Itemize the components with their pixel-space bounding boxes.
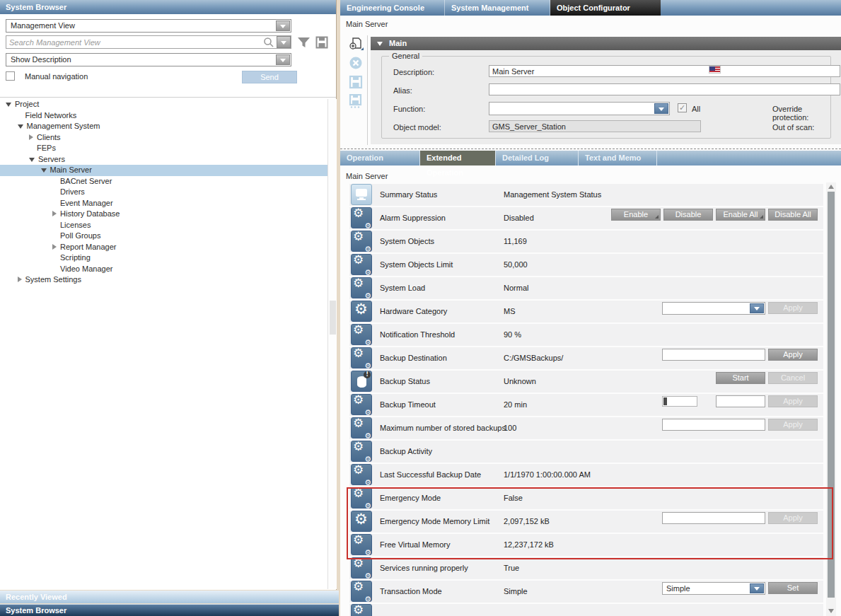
new-object-icon[interactable] xyxy=(349,37,367,50)
property-list-scrollbar[interactable] xyxy=(826,182,836,616)
start-button[interactable]: Start xyxy=(716,372,765,384)
row-input[interactable] xyxy=(662,349,765,361)
property-name: Backup Timeout xyxy=(380,400,436,409)
property-value: Simple xyxy=(504,587,528,595)
scroll-down-icon[interactable] xyxy=(828,609,834,613)
scrollbar-thumb[interactable] xyxy=(828,192,835,598)
alias-input[interactable] xyxy=(489,83,840,95)
property-name: Backup Destination xyxy=(380,354,447,362)
set-button[interactable]: Set xyxy=(768,582,818,594)
tree-expanded-arrow-icon[interactable] xyxy=(41,168,47,173)
enable-button[interactable]: Enable xyxy=(611,209,661,221)
system-browser-bottom-bar[interactable]: System Browser xyxy=(0,604,339,616)
save-filter-icon[interactable] xyxy=(315,36,328,50)
tree-item-project[interactable]: Project xyxy=(0,99,327,110)
tree-item-history-database[interactable]: History Database xyxy=(0,209,327,220)
save-icon[interactable] xyxy=(349,75,367,88)
tree-item-report-manager[interactable]: Report Manager xyxy=(0,242,327,253)
description-input[interactable] xyxy=(489,65,840,77)
tree-collapsed-arrow-icon[interactable] xyxy=(18,277,22,282)
object-toolbar xyxy=(349,37,367,113)
row-input[interactable] xyxy=(716,395,765,407)
tree-item-poll-groups[interactable]: Poll Groups xyxy=(0,231,327,242)
property-name: Notification Threshold xyxy=(380,330,455,339)
disable-button[interactable]: Disable xyxy=(663,209,713,221)
tree-item-bacnet-server[interactable]: BACnet Server xyxy=(0,176,327,187)
tree-collapsed-arrow-icon[interactable] xyxy=(52,244,57,250)
tree-item-system-settings[interactable]: System Settings xyxy=(0,274,327,286)
alias-label: Alias: xyxy=(393,86,412,95)
property-value: 12,237,172 kB xyxy=(504,540,554,549)
apply-button[interactable]: Apply xyxy=(768,419,818,431)
enable-all-button[interactable]: Enable All xyxy=(716,209,765,221)
cancel-button[interactable]: Cancel xyxy=(768,372,818,384)
tab-operation[interactable]: Operation xyxy=(340,151,420,165)
row-select[interactable]: Simple xyxy=(662,582,765,595)
tree-scrollbar-thumb[interactable] xyxy=(330,301,336,335)
apply-button[interactable]: Apply xyxy=(768,512,818,524)
apply-button[interactable]: Apply xyxy=(768,349,818,361)
row-input[interactable] xyxy=(662,419,765,431)
search-chevron-down-icon[interactable] xyxy=(277,36,291,48)
chevron-down-icon[interactable] xyxy=(276,54,290,65)
tree-expanded-arrow-icon[interactable] xyxy=(6,103,11,107)
row-slider[interactable] xyxy=(662,396,697,407)
chevron-down-icon[interactable] xyxy=(276,21,290,31)
chevron-down-icon[interactable] xyxy=(750,583,764,593)
main-section-header[interactable]: Main xyxy=(371,37,841,50)
recently-viewed-bar[interactable]: Recently Viewed xyxy=(0,591,339,603)
search-input[interactable] xyxy=(6,35,291,49)
tree-expanded-arrow-icon[interactable] xyxy=(29,158,35,162)
tree-item-video-manager[interactable]: Video Manager xyxy=(0,264,327,275)
tree-collapsed-arrow-icon[interactable] xyxy=(52,211,57,216)
chevron-down-icon[interactable] xyxy=(654,103,668,114)
tree-collapsed-arrow-icon[interactable] xyxy=(29,134,33,140)
tree-item-event-manager[interactable]: Event Manager xyxy=(0,198,327,209)
slider-thumb[interactable] xyxy=(663,397,667,405)
work-area-panel: Engineering ConsoleSystem ManagementObje… xyxy=(340,0,841,616)
tree-scrollbar[interactable] xyxy=(327,99,337,589)
search-icon[interactable] xyxy=(263,37,274,50)
function-dropdown[interactable] xyxy=(489,102,670,115)
manual-navigation-checkbox[interactable] xyxy=(6,71,15,81)
filter-icon[interactable] xyxy=(297,36,311,50)
row-select[interactable] xyxy=(662,302,765,315)
tree-item-servers[interactable]: Servers xyxy=(0,154,327,165)
tree-item-label: Main Server xyxy=(50,165,92,174)
save-all-icon[interactable] xyxy=(349,94,367,107)
scroll-up-icon[interactable] xyxy=(828,185,834,189)
all-checkbox[interactable]: ✓ xyxy=(678,103,687,112)
tab-system-management[interactable]: System Management xyxy=(445,0,550,16)
tree-item-drivers[interactable]: Drivers xyxy=(0,187,327,198)
tree-item-licenses[interactable]: Licenses xyxy=(0,220,327,231)
description-dropdown[interactable]: Show Description xyxy=(6,53,291,66)
view-dropdown[interactable]: Management View xyxy=(6,19,291,33)
tab-detailed-log[interactable]: Detailed Log xyxy=(496,151,579,165)
delete-object-icon[interactable] xyxy=(349,56,367,69)
tab-text-and-memo[interactable]: Text and Memo xyxy=(579,151,657,165)
object-model-label: Object model: xyxy=(393,123,441,132)
tree-item-management-system[interactable]: Management System xyxy=(0,121,327,132)
property-row-system-objects-limit: ⚙⚙System Objects Limit50,000 xyxy=(349,254,823,276)
tree-item-scripting[interactable]: Scripting xyxy=(0,252,327,264)
apply-button[interactable]: Apply xyxy=(768,395,818,407)
disable-all-button[interactable]: Disable All xyxy=(768,209,818,221)
chevron-down-icon[interactable] xyxy=(750,303,764,313)
send-button[interactable]: Send xyxy=(242,71,297,83)
property-value: Unknown xyxy=(504,377,536,385)
property-row-last-successful-backup-date: ⚙⚙Last Successful Backup Date1/1/1970 1:… xyxy=(349,464,823,486)
row-input[interactable] xyxy=(662,512,765,524)
tree-item-field-networks[interactable]: Field Networks xyxy=(0,110,327,122)
tree-item-main-server[interactable]: Main Server xyxy=(0,165,327,176)
tree-item-feps[interactable]: FEPs xyxy=(0,143,327,154)
apply-button[interactable]: Apply xyxy=(768,302,818,314)
tree-expanded-arrow-icon[interactable] xyxy=(18,124,23,129)
tab-object-configurator[interactable]: Object Configurator xyxy=(550,0,661,16)
tree-item-clients[interactable]: Clients xyxy=(0,132,327,144)
property-row-transaction-mode: ⚙⚙Transaction ModeSimpleSimpleSet xyxy=(349,581,823,603)
gears-icon: ⚙⚙ xyxy=(351,324,372,345)
collapse-arrow-icon[interactable] xyxy=(377,42,383,46)
property-name: Free Virtual Memory xyxy=(380,540,450,549)
tab-engineering-console[interactable]: Engineering Console xyxy=(340,0,445,16)
tab-extended-operation[interactable]: Extended Operation xyxy=(420,151,496,165)
